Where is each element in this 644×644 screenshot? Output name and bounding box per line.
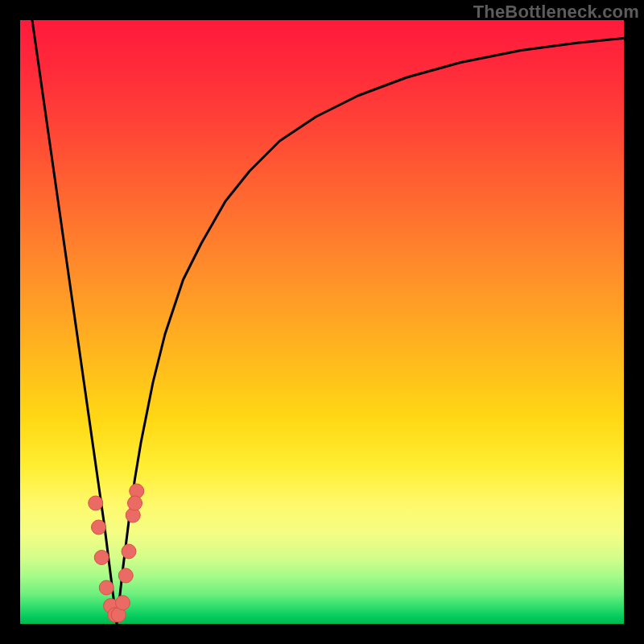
data-marker xyxy=(116,596,130,610)
data-markers xyxy=(89,484,144,622)
data-marker xyxy=(94,551,109,565)
data-marker xyxy=(89,496,103,510)
data-marker xyxy=(99,580,114,595)
data-marker xyxy=(128,496,142,510)
data-marker xyxy=(122,544,136,559)
data-marker xyxy=(118,568,133,583)
plot-area xyxy=(20,20,624,624)
chart-frame: TheBottleneck.com xyxy=(0,0,644,644)
chart-svg xyxy=(20,20,624,624)
bottleneck-curve xyxy=(32,20,624,624)
data-marker xyxy=(92,520,106,535)
